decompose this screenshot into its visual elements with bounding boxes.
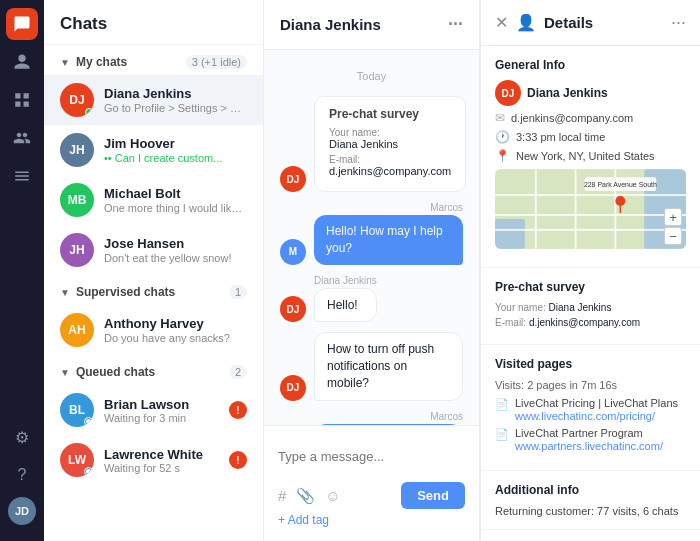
chat-input[interactable] <box>278 436 465 476</box>
details-avatar: DJ <box>495 80 521 106</box>
detail-row-location: 📍 New York, NY, United States <box>495 149 686 163</box>
nav-chat-icon[interactable] <box>6 8 38 40</box>
pre-chat-bubble: Pre-chat survey Your name: Diana Jenkins… <box>314 96 466 192</box>
emoji-icon[interactable]: ☺ <box>325 487 340 504</box>
pre-chat-name-label: Your name: <box>329 127 451 138</box>
close-button[interactable]: ✕ <box>495 13 508 32</box>
section-supervised[interactable]: ▼ Supervised chats 1 <box>44 275 263 305</box>
general-info-title: General Info <box>495 58 686 72</box>
page-text-2: LiveChat Partner Program <box>515 427 663 439</box>
waiting-brian: Waiting for 3 min <box>104 412 219 424</box>
chat-info-michael: Michael Bolt One more thing I would like… <box>104 186 247 214</box>
section-queued[interactable]: ▼ Queued chats 2 <box>44 355 263 385</box>
chat-item-michael[interactable]: MB Michael Bolt One more thing I would l… <box>44 175 263 225</box>
chevron-queued: ▼ <box>60 367 70 378</box>
zoom-in-button[interactable]: + <box>664 208 682 226</box>
details-more-button[interactable]: ··· <box>671 12 686 33</box>
msg-sender-m2: Diana Jenkins <box>314 275 377 286</box>
msg-sender-m1: Marcos <box>430 202 463 213</box>
avatar-anthony: AH <box>60 313 94 347</box>
avatar-brian: BL <box>60 393 94 427</box>
chevron-supervised: ▼ <box>60 287 70 298</box>
badge-brian: ! <box>229 401 247 419</box>
map-zoom-controls: + − <box>664 208 682 245</box>
page-link-2[interactable]: www.partners.livechatinc.com/ <box>515 440 663 452</box>
nav-help-icon[interactable]: ? <box>6 459 38 491</box>
svg-rect-8 <box>575 169 577 249</box>
general-info-section: General Info DJ Diana Jenkins ✉ d.jenkin… <box>481 46 700 268</box>
avatar-jim: JH <box>60 133 94 167</box>
hash-icon[interactable]: # <box>278 487 286 504</box>
clock-icon: 🕐 <box>495 130 510 144</box>
detail-row-email: ✉ d.jenkins@company.com <box>495 111 686 125</box>
nav-profile-icon[interactable] <box>6 46 38 78</box>
svg-rect-2 <box>495 219 525 249</box>
chat-name-anthony: Anthony Harvey <box>104 316 247 331</box>
section-my-chats-badge: 3 (+1 idle) <box>186 55 247 69</box>
msg-row-m4: Marcos Go to Profile > Settings > Push n… <box>280 411 463 425</box>
queued-indicator-brian <box>84 417 93 426</box>
visited-pages-section: Visited pages Visits: 2 pages in 7m 16s … <box>481 345 700 471</box>
map-svg: 228 Park Avenue South <box>495 169 686 249</box>
user-avatar[interactable]: JD <box>8 497 36 525</box>
nav-chart-icon[interactable] <box>6 160 38 192</box>
chat-input-area: # 📎 ☺ Send + Add tag <box>264 425 479 541</box>
avatar-diana: DJ <box>60 83 94 117</box>
chat-item-lawrence[interactable]: LW Lawrence White Waiting for 52 s ! <box>44 435 263 485</box>
zoom-out-button[interactable]: − <box>664 227 682 245</box>
section-my-chats[interactable]: ▼ My chats 3 (+1 idle) <box>44 45 263 75</box>
additional-info-title: Additional info <box>495 483 686 497</box>
svg-point-12 <box>615 196 625 206</box>
email-icon: ✉ <box>495 111 505 125</box>
nav-users-icon[interactable] <box>6 122 38 154</box>
nav-grid-icon[interactable] <box>6 84 38 116</box>
avatar-michael: MB <box>60 183 94 217</box>
chat-info-lawrence: Lawrence White Waiting for 52 s <box>104 447 219 474</box>
attachment-icon[interactable]: 📎 <box>296 487 315 505</box>
avatar-m2: DJ <box>280 296 306 322</box>
nav-settings-icon[interactable]: ⚙ <box>6 421 38 453</box>
chat-item-diana[interactable]: DJ Diana Jenkins Go to Profile > Setting… <box>44 75 263 125</box>
location-icon: 📍 <box>495 149 510 163</box>
pre-chat-survey-row: DJ Pre-chat survey Your name: Diana Jenk… <box>280 96 463 192</box>
svg-rect-7 <box>535 169 537 249</box>
svg-rect-5 <box>495 214 686 216</box>
section-my-chats-title: My chats <box>76 55 186 69</box>
date-divider: Today <box>280 70 463 82</box>
avatar-lawrence: LW <box>60 443 94 477</box>
badge-lawrence: ! <box>229 451 247 469</box>
section-supervised-badge: 1 <box>229 285 247 299</box>
online-indicator-diana <box>85 108 93 116</box>
chat-more-button[interactable]: ··· <box>448 14 463 35</box>
chat-name-michael: Michael Bolt <box>104 186 247 201</box>
chat-name-brian: Brian Lawson <box>104 397 219 412</box>
avatar-m1: M <box>280 239 306 265</box>
pre-chat-field-email: E-mail: d.jenkins@company.com <box>495 317 686 328</box>
svg-rect-4 <box>495 194 686 196</box>
pre-chat-email-value: d.jenkins@company.com <box>329 165 451 177</box>
chat-preview-michael: One more thing I would like to a... <box>104 202 247 214</box>
chat-item-anthony[interactable]: AH Anthony Harvey Do you have any snacks… <box>44 305 263 355</box>
page-link-1[interactable]: www.livechatinc.com/pricing/ <box>515 410 655 422</box>
add-tag-link[interactable]: + Add tag <box>278 509 465 531</box>
chat-info-jim: Jim Hoover •• Can I create custom... <box>104 136 247 164</box>
svg-text:228 Park Avenue South: 228 Park Avenue South <box>584 181 657 188</box>
msg-bubble-m1: Hello! How may I help you? <box>314 215 463 265</box>
page-icon-2: 📄 <box>495 428 509 441</box>
svg-rect-6 <box>495 229 686 231</box>
detail-time: 3:33 pm local time <box>516 131 605 143</box>
pre-chat-section: Pre-chat survey Your name: Diana Jenkins… <box>481 268 700 345</box>
chat-item-jim[interactable]: JH Jim Hoover •• Can I create custom... <box>44 125 263 175</box>
page-info-2: LiveChat Partner Program www.partners.li… <box>515 427 663 453</box>
details-title: Details <box>544 14 663 31</box>
chat-name-jim: Jim Hoover <box>104 136 247 151</box>
chat-item-jose[interactable]: JH Jose Hansen Don't eat the yellow snow… <box>44 225 263 275</box>
chat-item-brian[interactable]: BL Brian Lawson Waiting for 3 min ! <box>44 385 263 435</box>
chat-name-diana: Diana Jenkins <box>104 86 247 101</box>
detail-row-time: 🕐 3:33 pm local time <box>495 130 686 144</box>
chat-header: Diana Jenkins ··· <box>264 0 479 50</box>
send-button[interactable]: Send <box>401 482 465 509</box>
detail-email: d.jenkins@company.com <box>511 112 633 124</box>
section-supervised-title: Supervised chats <box>76 285 229 299</box>
msg-bubble-m2: Hello! <box>314 288 377 323</box>
